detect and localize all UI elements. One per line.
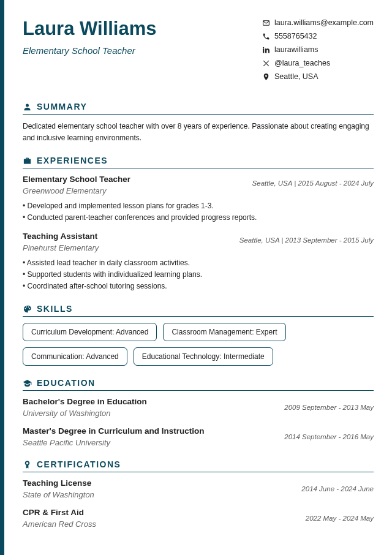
experiences-heading: EXPERIENCES xyxy=(23,156,374,168)
linkedin-text: laurawilliams xyxy=(274,45,318,54)
education-school: University of Washington xyxy=(23,409,147,418)
summary-heading: SUMMARY xyxy=(23,102,374,115)
experience-org: Greenwood Elementary xyxy=(23,186,130,195)
svg-point-0 xyxy=(26,104,29,107)
contact-linkedin: laurawilliams xyxy=(262,45,374,54)
contact-email: laura.williams@example.com xyxy=(262,18,374,27)
briefcase-icon xyxy=(23,156,32,165)
experiences-label: EXPERIENCES xyxy=(37,156,108,165)
education-degree: Master's Degree in Curriculum and Instru… xyxy=(23,426,205,436)
bullet: • Assisted lead teacher in daily classro… xyxy=(23,257,374,269)
summary-label: SUMMARY xyxy=(37,102,87,111)
header-left: Laura Williams Elementary School Teacher xyxy=(23,18,157,56)
experience-bullets: • Developed and implemented lesson plans… xyxy=(23,200,374,223)
certifications-section: CERTIFICATIONS Teaching License State of… xyxy=(23,459,374,529)
skill-pill: Classroom Management: Expert xyxy=(163,323,285,341)
experience-item: Teaching Assistant Pinehurst Elementary … xyxy=(23,232,374,292)
summary-section: SUMMARY Dedicated elementary school teac… xyxy=(23,102,374,143)
linkedin-icon xyxy=(262,46,270,54)
certification-name: Teaching License xyxy=(23,478,94,488)
certification-issuer: American Red Cross xyxy=(23,519,96,529)
contacts: laura.williams@example.com 5558765432 la… xyxy=(262,18,374,86)
education-section: EDUCATION Bachelor's Degree in Education… xyxy=(23,378,374,447)
contact-twitter: @laura_teaches xyxy=(262,59,374,67)
education-item: Bachelor's Degree in Education Universit… xyxy=(23,397,374,418)
location-icon xyxy=(262,73,270,81)
twitter-text: @laura_teaches xyxy=(274,59,330,67)
bullet: • Conducted parent-teacher conferences a… xyxy=(23,212,374,224)
bullet: • Coordinated after-school tutoring sess… xyxy=(23,281,374,292)
skill-pill: Educational Technology: Intermediate xyxy=(134,347,273,366)
experience-title: Teaching Assistant xyxy=(23,232,99,241)
experience-meta: Seattle, USA | 2015 August - 2024 July xyxy=(252,179,374,187)
summary-text: Dedicated elementary school teacher with… xyxy=(23,121,374,143)
palette-icon xyxy=(23,304,32,314)
email-text: laura.williams@example.com xyxy=(274,18,374,27)
skill-pill: Curriculum Development: Advanced xyxy=(23,323,157,341)
person-icon xyxy=(23,102,32,111)
badge-icon xyxy=(23,460,32,469)
certification-name: CPR & First Aid xyxy=(23,508,96,517)
skills-list: Curriculum Development: Advanced Classro… xyxy=(23,323,374,366)
email-icon xyxy=(262,19,270,27)
skills-section: SKILLS Curriculum Development: Advanced … xyxy=(23,304,374,366)
certification-meta: 2022 May - 2024 May xyxy=(306,515,374,522)
bullet: • Developed and implemented lesson plans… xyxy=(23,200,374,212)
certification-issuer: State of Washington xyxy=(23,490,94,499)
certification-meta: 2014 June - 2024 June xyxy=(301,485,374,493)
skill-pill: Communication: Advanced xyxy=(23,347,127,366)
experience-item: Elementary School Teacher Greenwood Elem… xyxy=(23,175,374,223)
education-label: EDUCATION xyxy=(37,378,96,388)
skills-heading: SKILLS xyxy=(23,304,374,317)
experience-meta: Seattle, USA | 2013 September - 2015 Jul… xyxy=(239,236,374,244)
education-degree: Bachelor's Degree in Education xyxy=(23,397,147,406)
education-item: Master's Degree in Curriculum and Instru… xyxy=(23,426,374,447)
phone-text: 5558765432 xyxy=(274,32,317,40)
certification-item: CPR & First Aid American Red Cross 2022 … xyxy=(23,508,374,529)
skills-label: SKILLS xyxy=(37,304,73,314)
education-heading: EDUCATION xyxy=(23,378,374,391)
education-meta: 2009 September - 2013 May xyxy=(284,404,374,411)
experience-org: Pinehurst Elementary xyxy=(23,243,99,252)
location-text: Seattle, USA xyxy=(274,72,318,81)
phone-icon xyxy=(262,32,270,40)
experiences-section: EXPERIENCES Elementary School Teacher Gr… xyxy=(23,156,374,292)
header: Laura Williams Elementary School Teacher… xyxy=(23,18,374,86)
x-icon xyxy=(262,59,270,67)
certification-item: Teaching License State of Washington 201… xyxy=(23,478,374,499)
education-school: Seattle Pacific University xyxy=(23,438,205,447)
education-meta: 2014 September - 2016 May xyxy=(284,433,374,440)
person-title: Elementary School Teacher xyxy=(23,45,157,56)
certifications-heading: CERTIFICATIONS xyxy=(23,459,374,472)
certifications-label: CERTIFICATIONS xyxy=(37,459,121,469)
graduation-icon xyxy=(23,379,32,388)
experience-title: Elementary School Teacher xyxy=(23,175,130,184)
bullet: • Supported students with individualized… xyxy=(23,269,374,281)
contact-location: Seattle, USA xyxy=(262,72,374,81)
person-name: Laura Williams xyxy=(23,18,157,39)
contact-phone: 5558765432 xyxy=(262,32,374,40)
experience-bullets: • Assisted lead teacher in daily classro… xyxy=(23,257,374,292)
